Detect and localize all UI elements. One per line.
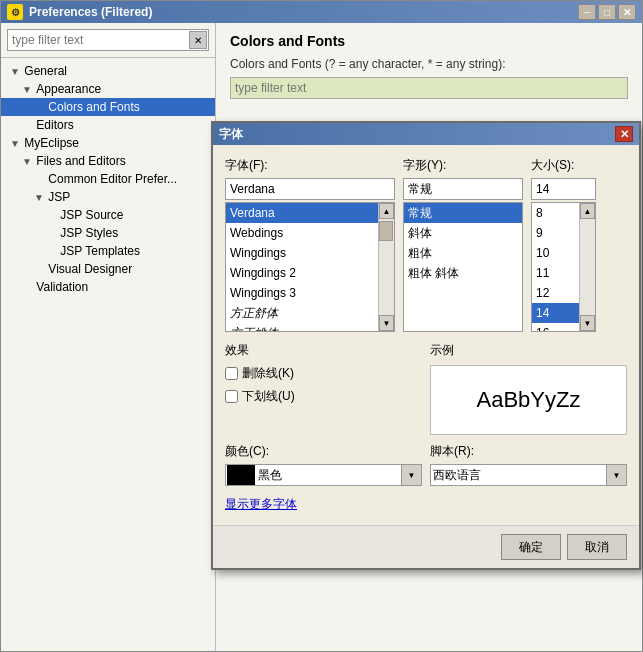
- font-list-item[interactable]: Wingdings: [226, 243, 394, 263]
- effects-title: 效果: [225, 342, 422, 359]
- font-style-input[interactable]: [403, 178, 523, 200]
- tree-label: Common Editor Prefer...: [48, 172, 177, 186]
- ok-button[interactable]: 确定: [501, 534, 561, 560]
- sidebar: ✕ ▼ General ▼ Appearance Colors and Font…: [1, 23, 216, 651]
- scroll-up-button[interactable]: ▲: [379, 203, 394, 219]
- tree-item-general[interactable]: ▼ General: [1, 62, 215, 80]
- strikeout-item: 删除线(K): [225, 365, 422, 382]
- font-list-item[interactable]: Wingdings 3: [226, 283, 394, 303]
- sidebar-tree: ▼ General ▼ Appearance Colors and Fonts …: [1, 58, 215, 651]
- tree-label: Appearance: [36, 82, 101, 96]
- underline-item: 下划线(U): [225, 388, 422, 405]
- tree-toggle: [33, 264, 45, 275]
- tree-label: Files and Editors: [36, 154, 125, 168]
- size-scroll-up[interactable]: ▲: [580, 203, 595, 219]
- close-button[interactable]: ✕: [618, 4, 636, 20]
- preview-text: AaBbYyZz: [477, 387, 581, 413]
- preview-column: 示例 AaBbYyZz: [430, 342, 627, 435]
- font-size-input[interactable]: [531, 178, 596, 200]
- color-column: 颜色(C): 黑色 ▼: [225, 443, 422, 486]
- tree-toggle: ▼: [9, 66, 21, 77]
- preview-title: 示例: [430, 342, 627, 359]
- font-list-item[interactable]: Webdings: [226, 223, 394, 243]
- color-swatch: [227, 465, 255, 485]
- font-dialog-overlay: 字体 ✕ 字体(F): Verdana Webdings Wingdings W…: [211, 121, 641, 570]
- effects-preview-section: 效果 删除线(K) 下划线(U) 示例 AaBbYyZz: [225, 342, 627, 435]
- strikeout-checkbox[interactable]: [225, 367, 238, 380]
- font-style-list: 常规 斜体 粗体 粗体 斜体: [403, 202, 523, 332]
- font-list-item[interactable]: Wingdings 2: [226, 263, 394, 283]
- outer-titlebar: ⚙ Preferences (Filtered) ─ □ ✕: [1, 1, 642, 23]
- tree-item-editors[interactable]: Editors: [1, 116, 215, 134]
- tree-item-appearance[interactable]: ▼ Appearance: [1, 80, 215, 98]
- search-wrapper: ✕: [7, 29, 209, 51]
- script-select[interactable]: 西欧语言: [431, 467, 606, 484]
- window-controls: ─ □ ✕: [578, 4, 636, 20]
- style-list-item[interactable]: 粗体 斜体: [404, 263, 522, 283]
- tree-label: JSP Templates: [60, 244, 140, 258]
- tree-toggle: ▼: [9, 138, 21, 149]
- tree-label: JSP: [48, 190, 70, 204]
- color-select[interactable]: 黑色: [256, 467, 401, 484]
- tree-item-colors-fonts[interactable]: Colors and Fonts: [1, 98, 215, 116]
- style-list-item[interactable]: 粗体: [404, 243, 522, 263]
- font-list-item[interactable]: 方正舒体: [226, 303, 394, 323]
- scroll-down-button[interactable]: ▼: [379, 315, 394, 331]
- tree-item-jsp-styles[interactable]: JSP Styles: [1, 224, 215, 242]
- tree-toggle: [21, 282, 33, 293]
- tree-toggle: [45, 246, 57, 257]
- tree-item-visual-designer[interactable]: Visual Designer: [1, 260, 215, 278]
- font-style-label: 字形(Y):: [403, 157, 523, 174]
- font-size-label: 大小(S):: [531, 157, 596, 174]
- tree-toggle: ▼: [33, 192, 45, 203]
- search-input[interactable]: [7, 29, 209, 51]
- tree-toggle: [33, 174, 45, 185]
- page-title: Colors and Fonts: [230, 33, 628, 49]
- tree-label: General: [24, 64, 67, 78]
- color-script-row: 颜色(C): 黑色 ▼ 脚本(R): 西欧语言 ▼: [225, 443, 627, 486]
- scrollbar-thumb[interactable]: [379, 221, 393, 241]
- font-dialog-body: 字体(F): Verdana Webdings Wingdings Wingdi…: [213, 145, 639, 525]
- font-list-item[interactable]: 方正姚体: [226, 323, 394, 332]
- preferences-window: ⚙ Preferences (Filtered) ─ □ ✕ ✕ ▼ Gener…: [0, 0, 643, 652]
- font-dialog: 字体 ✕ 字体(F): Verdana Webdings Wingdings W…: [211, 121, 641, 570]
- tree-item-validation[interactable]: Validation: [1, 278, 215, 296]
- color-dropdown-button[interactable]: ▼: [401, 465, 421, 485]
- tree-toggle: ▼: [21, 84, 33, 95]
- show-more-fonts-link[interactable]: 显示更多字体: [225, 496, 297, 513]
- size-scroll-down[interactable]: ▼: [580, 315, 595, 331]
- color-select-wrapper: 黑色 ▼: [225, 464, 422, 486]
- window-icon: ⚙: [7, 4, 23, 20]
- tree-item-common-editor[interactable]: Common Editor Prefer...: [1, 170, 215, 188]
- script-label: 脚本(R):: [430, 443, 627, 460]
- tree-item-files-editors[interactable]: ▼ Files and Editors: [1, 152, 215, 170]
- page-subtitle: Colors and Fonts (? = any character, * =…: [230, 57, 628, 71]
- clear-search-button[interactable]: ✕: [189, 31, 207, 49]
- underline-checkbox[interactable]: [225, 390, 238, 403]
- font-name-column: 字体(F): Verdana Webdings Wingdings Wingdi…: [225, 157, 395, 332]
- tree-label: Validation: [36, 280, 88, 294]
- maximize-button[interactable]: □: [598, 4, 616, 20]
- tree-label: MyEclipse: [24, 136, 79, 150]
- size-list-scrollbar: ▲ ▼: [579, 203, 595, 331]
- main-filter-input[interactable]: [230, 77, 628, 99]
- tree-item-jsp[interactable]: ▼ JSP: [1, 188, 215, 206]
- font-size-list: 8 9 10 11 12 14 16 ▲ ▼: [531, 202, 596, 332]
- tree-item-myeclipse[interactable]: ▼ MyEclipse: [1, 134, 215, 152]
- minimize-button[interactable]: ─: [578, 4, 596, 20]
- color-label: 颜色(C):: [225, 443, 422, 460]
- tree-item-jsp-source[interactable]: JSP Source: [1, 206, 215, 224]
- tree-item-jsp-templates[interactable]: JSP Templates: [1, 242, 215, 260]
- font-name-input[interactable]: [225, 178, 395, 200]
- effects-column: 效果 删除线(K) 下划线(U): [225, 342, 422, 435]
- style-list-item[interactable]: 斜体: [404, 223, 522, 243]
- script-dropdown-button[interactable]: ▼: [606, 465, 626, 485]
- style-list-item[interactable]: 常规: [404, 203, 522, 223]
- tree-toggle: [21, 120, 33, 131]
- script-select-wrapper: 西欧语言 ▼: [430, 464, 627, 486]
- size-scrollbar-track: [580, 219, 595, 315]
- cancel-button[interactable]: 取消: [567, 534, 627, 560]
- font-list-item[interactable]: Verdana: [226, 203, 394, 223]
- strikeout-label: 删除线(K): [242, 365, 294, 382]
- font-dialog-close-button[interactable]: ✕: [615, 126, 633, 142]
